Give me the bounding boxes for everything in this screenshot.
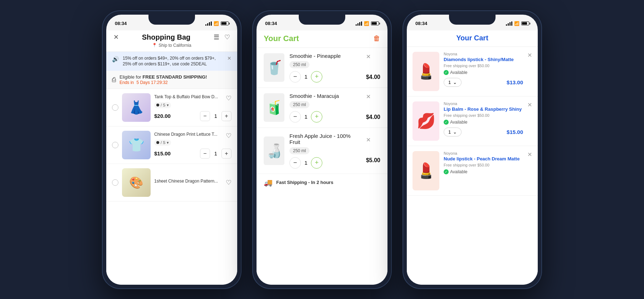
cart-header-3: Your Cart (407, 30, 538, 47)
item-checkbox-3[interactable] (112, 179, 118, 186)
phone-notch-3 (449, 15, 496, 25)
ship-to[interactable]: 📍 Ship to California (113, 43, 230, 48)
phone-3: 08:34 📶 Your Cart (402, 10, 542, 289)
battery-icon-1 (221, 21, 229, 25)
cosm-shipping-1: Free shipping over $50.00 (444, 64, 523, 68)
time-2: 08:34 (265, 21, 277, 26)
signal-icon-1 (205, 21, 212, 26)
grocery-item-1: 🥤 Smoothie - Pineapple 250 ml − 1 + ✕ $ (257, 48, 387, 88)
cosm-details-1: Noyona Diamonds lipstick - Shiny/Matte F… (444, 52, 523, 91)
battery-icon-2 (371, 21, 379, 25)
wifi-icon-2: 📶 (364, 21, 369, 26)
grocery-remove-2[interactable]: ✕ (366, 93, 371, 100)
cart-item-3: 🎨 1sheet Chinese Dragon Pattern... ♡ (106, 164, 237, 201)
phone-2: 08:34 📶 Your Cart 🗑 (252, 10, 392, 289)
item-checkbox-1[interactable] (112, 104, 118, 111)
cosm-qty-select-2[interactable]: 1 ⌄ (444, 128, 462, 136)
chevron-down-icon-1: ⌄ (453, 80, 457, 85)
cosm-details-2: Noyona Lip Balm - Rose & Raspberry Shiny… (444, 101, 523, 141)
cosm-available-1: ✓ Available (444, 70, 523, 75)
qty-minus-1[interactable]: − (200, 111, 210, 121)
phone-1: 08:34 📶 ✕ Shopping B (102, 10, 241, 289)
truck-icon-2: 🚚 (264, 178, 273, 187)
qty-plus-1[interactable]: + (221, 111, 231, 121)
qty-value-2: 1 (213, 151, 219, 156)
item-checkbox-2[interactable] (112, 142, 118, 148)
cosm-img-3: 💄 (413, 151, 439, 190)
grocery-minus-1[interactable]: − (289, 71, 301, 83)
grocery-minus-3[interactable]: − (289, 157, 301, 169)
wifi-icon-1: 📶 (214, 21, 219, 26)
cart-item-2: 👕 Chinese Dragon Print Lettuce T... ♡ / … (106, 126, 237, 164)
qty-value-1: 1 (213, 113, 219, 119)
grocery-plus-2[interactable]: + (311, 111, 322, 123)
cosm-price-1: $13.00 (507, 79, 523, 85)
item-image-1: 👗 (122, 93, 151, 122)
item-variant-2[interactable]: / S ▾ (154, 140, 171, 146)
cosm-remove-1[interactable]: ✕ (527, 52, 532, 59)
grocery-name-2: Smoothie - Maracuja (289, 93, 361, 99)
close-button-1[interactable]: ✕ (113, 33, 119, 41)
cosm-item-3: 💄 Noyona Nude lipstick - Peach Dream Mat… (407, 146, 538, 196)
available-dot-1: ✓ (444, 70, 449, 75)
item-wishlist-1[interactable]: ♡ (226, 94, 231, 102)
grocery-remove-3[interactable]: ✕ (366, 136, 371, 143)
trash-icon-2[interactable]: 🗑 (373, 34, 380, 43)
cosm-qty-row-1: 1 ⌄ $13.00 (444, 78, 523, 87)
list-icon[interactable]: ☰ (214, 33, 219, 41)
grocery-qty-1: 1 (304, 74, 307, 80)
battery-icon-3 (521, 21, 529, 25)
grocery-qty-row-2: − 1 + (289, 111, 361, 123)
cosm-item-1: 💄 Noyona Diamonds lipstick - Shiny/Matte… (407, 47, 538, 96)
item-variant-1[interactable]: / S ▾ (154, 102, 171, 108)
cosm-img-2: 💋 (413, 101, 439, 141)
promo-text: 15% off on orders $49+, 20% off on order… (123, 55, 224, 68)
signal-icon-2 (356, 21, 362, 26)
cosm-price-2: $15.00 (507, 129, 523, 135)
qty-minus-2[interactable]: − (200, 149, 210, 159)
item-name-3: 1sheet Chinese Dragon Pattern... (154, 179, 218, 184)
item-name-1: Tank Top & Buffalo Plaid Bow D... (154, 94, 218, 99)
grocery-price-3: $5.00 (366, 157, 380, 165)
grocery-qty-3: 1 (304, 160, 307, 166)
signal-icon-3 (506, 21, 512, 26)
cosm-brand-1: Noyona (444, 52, 523, 56)
grocery-price-1: $4.00 (366, 74, 380, 82)
shipping-text: Eligible for FREE STANDARD SHIPPING! (119, 74, 207, 80)
grocery-remove-1[interactable]: ✕ (366, 53, 371, 60)
shipping-info: Eligible for FREE STANDARD SHIPPING! End… (119, 74, 207, 85)
fast-shipping-row: 🚚 Fast Shipping - In 2 hours (257, 174, 387, 191)
item-wishlist-3[interactable]: ♡ (226, 179, 231, 186)
grocery-plus-3[interactable]: + (311, 157, 322, 169)
grocery-img-3: 🍶 (264, 136, 284, 165)
item-price-2: $15.00 (154, 150, 171, 156)
grocery-details-2: Smoothie - Maracuja 250 ml − 1 + (289, 93, 361, 123)
cosm-remove-3[interactable]: ✕ (527, 151, 532, 158)
grocery-minus-2[interactable]: − (289, 111, 301, 123)
grocery-name-3: Fresh Apple Juice - 100% Fruit (289, 133, 361, 145)
cosm-shipping-2: Free shipping over $50.00 (444, 113, 523, 118)
grocery-qty-2: 1 (304, 114, 307, 120)
grocery-item-3: 🍶 Fresh Apple Juice - 100% Fruit 250 ml … (257, 128, 387, 174)
item-bottom-1: $20.00 − 1 + (154, 111, 231, 121)
item-image-2: 👕 (122, 131, 151, 159)
cosm-available-3: ✓ Available (444, 169, 523, 174)
item-wishlist-2[interactable]: ♡ (226, 132, 231, 140)
grocery-img-2: 🧃 (264, 93, 284, 122)
item-details-1: Tank Top & Buffalo Plaid Bow D... ♡ / S … (154, 94, 231, 121)
time-1: 08:34 (115, 21, 127, 26)
cosm-qty-select-1[interactable]: 1 ⌄ (444, 78, 462, 87)
grocery-price-2: $4.00 (366, 114, 380, 122)
phone-notch-2 (299, 15, 345, 25)
chevron-down-icon-2: ⌄ (453, 129, 457, 135)
promo-close-btn[interactable]: ✕ (227, 55, 231, 61)
wishlist-icon[interactable]: ♡ (224, 33, 230, 41)
grocery-plus-1[interactable]: + (311, 71, 322, 83)
status-right-2: 📶 (356, 21, 379, 26)
grocery-name-1: Smoothie - Pineapple (289, 53, 361, 59)
wifi-icon-3: 📶 (514, 21, 519, 26)
cosm-shipping-3: Free shipping over $50.00 (444, 163, 523, 167)
qty-controls-1: − 1 + (200, 111, 231, 121)
cosm-remove-2[interactable]: ✕ (527, 101, 532, 108)
qty-plus-2[interactable]: + (221, 149, 231, 159)
